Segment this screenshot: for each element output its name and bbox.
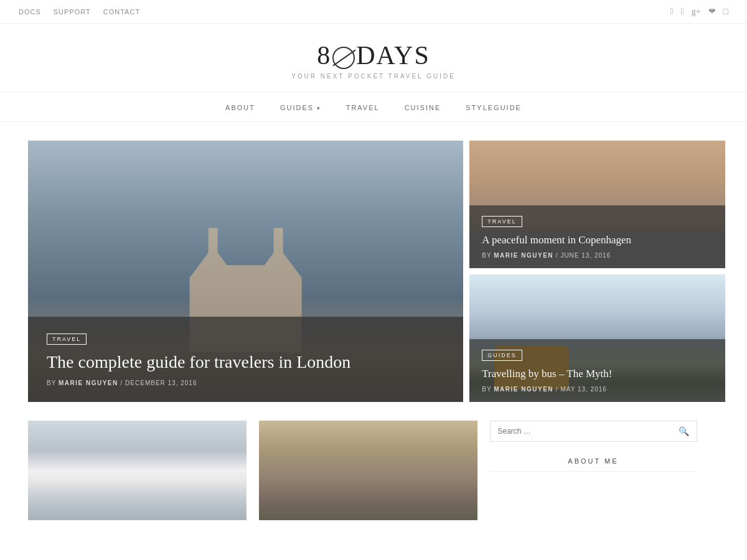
nav-cuisine[interactable]: CUISINE bbox=[405, 104, 441, 111]
logo-icon bbox=[332, 47, 355, 69]
support-link[interactable]: SUPPORT bbox=[54, 8, 91, 16]
copenhagen-by: by bbox=[482, 252, 491, 259]
facebook-icon[interactable]:  bbox=[670, 7, 673, 17]
nav-guides[interactable]: GUIDES bbox=[280, 104, 321, 111]
contact-link[interactable]: CONTACT bbox=[103, 8, 140, 16]
site-tagline: YOUR NEXT POCKET TRAVEL GUIDE bbox=[12, 73, 735, 80]
post-card-bridge[interactable] bbox=[259, 421, 477, 520]
copenhagen-category[interactable]: TRAVEL bbox=[482, 216, 522, 227]
search-box[interactable]: 🔍 bbox=[490, 421, 697, 442]
about-me-heading: ABOUT ME bbox=[490, 457, 697, 472]
logo-text: DAYS bbox=[356, 41, 430, 70]
google-plus-icon[interactable]: g+ bbox=[692, 7, 701, 17]
post-card-castle[interactable] bbox=[28, 421, 247, 520]
twitter-icon[interactable]:  bbox=[681, 7, 684, 17]
large-post-meta: by MARIE NGUYEN / DECEMBER 13, 2016 bbox=[47, 380, 444, 386]
search-input[interactable] bbox=[498, 427, 679, 436]
pinterest-icon[interactable]: ❤ bbox=[708, 6, 716, 17]
nav-travel[interactable]: TRAVEL bbox=[346, 104, 380, 111]
instagram-icon[interactable]: □ bbox=[723, 7, 728, 17]
site-header: 8DAYS YOUR NEXT POCKET TRAVEL GUIDE bbox=[0, 24, 747, 92]
bus-by: by bbox=[482, 386, 491, 393]
nav-styleguide[interactable]: STYLEGUIDE bbox=[466, 104, 522, 111]
lower-content: 🔍 ABOUT ME bbox=[28, 421, 719, 520]
large-post-category[interactable]: TRAVEL bbox=[47, 334, 87, 345]
copenhagen-overlay: TRAVEL A peaceful moment in Copenhagen b… bbox=[469, 205, 725, 268]
main-content: TRAVEL The complete guide for travelers … bbox=[19, 141, 728, 520]
bus-author: MARIE NGUYEN bbox=[494, 386, 553, 393]
social-icons:   g+ ❤ □ bbox=[670, 6, 728, 17]
large-post-author: MARIE NGUYEN bbox=[59, 380, 118, 386]
featured-right-column: TRAVEL A peaceful moment in Copenhagen b… bbox=[469, 141, 725, 402]
nav-about[interactable]: ABOUT bbox=[225, 104, 255, 111]
bus-title[interactable]: Travelling by bus – The Myth! bbox=[482, 367, 713, 381]
bus-overlay: GUIDES Travelling by bus – The Myth! by … bbox=[469, 339, 725, 402]
large-post-overlay: TRAVEL The complete guide for travelers … bbox=[28, 317, 463, 402]
bus-category[interactable]: GUIDES bbox=[482, 350, 522, 361]
top-bar-nav: DOCS SUPPORT CONTACT bbox=[19, 8, 140, 16]
large-post-by: by bbox=[47, 380, 56, 386]
featured-grid: TRAVEL The complete guide for travelers … bbox=[28, 141, 719, 402]
bus-date: MAY 13, 2016 bbox=[560, 386, 606, 393]
small-post-copenhagen[interactable]: TRAVEL A peaceful moment in Copenhagen b… bbox=[469, 141, 725, 268]
main-nav: ABOUT GUIDES TRAVEL CUISINE STYLEGUIDE bbox=[0, 92, 747, 122]
large-post-sep: / bbox=[121, 380, 126, 386]
bridge-image bbox=[259, 421, 477, 520]
copenhagen-meta: by MARIE NGUYEN / JUNE 13, 2016 bbox=[482, 252, 713, 259]
small-post-bus[interactable]: GUIDES Travelling by bus – The Myth! by … bbox=[469, 274, 725, 402]
large-post-title[interactable]: The complete guide for travelers in Lond… bbox=[47, 351, 444, 373]
docs-link[interactable]: DOCS bbox=[19, 8, 41, 16]
top-bar: DOCS SUPPORT CONTACT   g+ ❤ □ bbox=[0, 0, 747, 24]
logo-number: 8 bbox=[317, 41, 331, 70]
castle-image bbox=[28, 421, 247, 520]
site-logo: 8DAYS bbox=[12, 42, 735, 69]
bus-meta: by MARIE NGUYEN / MAY 13, 2016 bbox=[482, 386, 713, 393]
featured-large-post[interactable]: TRAVEL The complete guide for travelers … bbox=[28, 141, 463, 402]
sidebar: 🔍 ABOUT ME bbox=[490, 421, 697, 520]
post-cards bbox=[28, 421, 477, 520]
posts-section bbox=[28, 421, 477, 520]
large-post-date: DECEMBER 13, 2016 bbox=[125, 380, 197, 386]
copenhagen-title[interactable]: A peaceful moment in Copenhagen bbox=[482, 233, 713, 247]
copenhagen-author: MARIE NGUYEN bbox=[494, 252, 553, 259]
search-button[interactable]: 🔍 bbox=[679, 426, 689, 436]
copenhagen-date: JUNE 13, 2016 bbox=[560, 252, 611, 259]
